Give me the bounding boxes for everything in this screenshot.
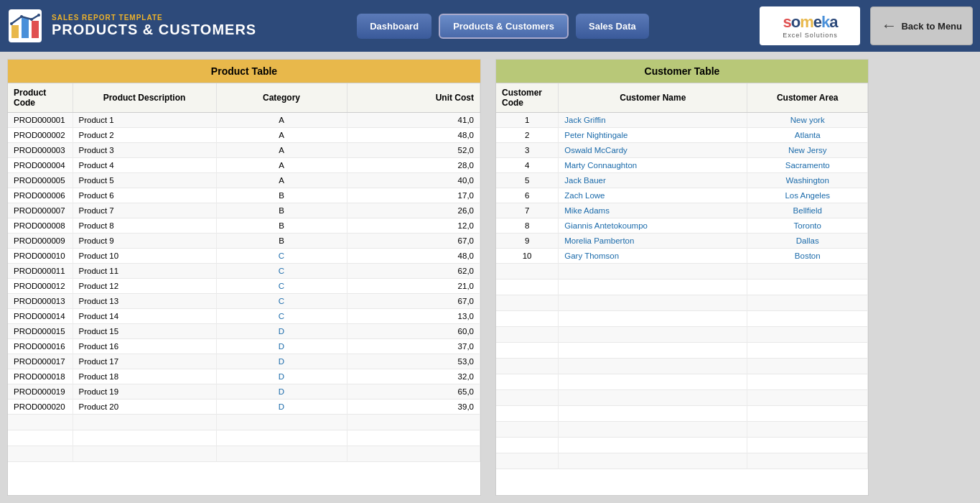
product-table-row: PROD000001 Product 1 A 41,0 — [8, 113, 480, 128]
product-code-cell: PROD000013 — [8, 294, 73, 309]
product-code-cell: PROD000016 — [8, 339, 73, 354]
product-desc-cell: Product 9 — [73, 234, 216, 249]
customer-table-title: Customer Table — [496, 60, 868, 83]
product-code-cell: PROD000017 — [8, 354, 73, 369]
product-cost-cell: 60,0 — [347, 324, 480, 339]
page-title: PRODUCTS & CUSTOMERS — [52, 22, 256, 38]
product-table-header-row: Product Code Product Description Categor… — [8, 83, 480, 113]
product-cost-cell: 21,0 — [347, 279, 480, 294]
product-code-cell: PROD000007 — [8, 203, 73, 218]
customer-empty-row — [496, 438, 868, 453]
customer-area-cell: Atlanta — [747, 128, 868, 143]
product-cat-cell: B — [216, 188, 347, 203]
product-code-cell: PROD000005 — [8, 173, 73, 188]
product-cat-header: Category — [216, 83, 347, 113]
product-code-cell: PROD000006 — [8, 188, 73, 203]
dashboard-nav-button[interactable]: Dashboard — [357, 14, 431, 39]
product-desc-cell: Product 7 — [73, 203, 216, 218]
product-cat-cell: C — [216, 294, 347, 309]
customer-empty-row — [496, 422, 868, 438]
products-customers-nav-button[interactable]: Products & Customers — [439, 14, 569, 39]
product-table-container: Product Table Product Code Product Descr… — [7, 59, 481, 496]
product-cat-cell: D — [216, 400, 347, 415]
product-cat-cell: A — [216, 143, 347, 158]
product-cost-cell: 67,0 — [347, 234, 480, 249]
back-arrow-icon: ← — [881, 17, 897, 35]
product-cat-cell: D — [216, 324, 347, 339]
product-cat-cell: D — [216, 369, 347, 384]
customer-name-cell: Morelia Pamberton — [559, 234, 747, 249]
product-cat-cell: D — [216, 384, 347, 400]
product-code-cell: PROD000014 — [8, 309, 73, 324]
customer-table-row: 5 Jack Bauer Washington — [496, 173, 868, 188]
product-desc-cell: Product 1 — [73, 113, 216, 128]
product-code-header: Product Code — [8, 83, 73, 113]
customer-table-container: Customer Table Customer Code Customer Na… — [495, 59, 869, 496]
product-cat-cell: A — [216, 173, 347, 188]
customer-code-cell: 5 — [496, 173, 559, 188]
product-desc-header: Product Description — [73, 83, 216, 113]
product-empty-row — [8, 446, 480, 462]
customer-table-row: 6 Zach Lowe Los Angeles — [496, 188, 868, 203]
product-table-row: PROD000006 Product 6 B 17,0 — [8, 188, 480, 203]
customer-area-cell: Dallas — [747, 234, 868, 249]
product-code-cell: PROD000008 — [8, 218, 73, 234]
product-cost-cell: 37,0 — [347, 339, 480, 354]
customer-name-cell: Jack Griffin — [559, 113, 747, 128]
customer-code-cell: 1 — [496, 113, 559, 128]
product-desc-cell: Product 8 — [73, 218, 216, 234]
product-code-cell: PROD000018 — [8, 369, 73, 384]
product-cost-cell: 48,0 — [347, 128, 480, 143]
product-code-cell: PROD000019 — [8, 384, 73, 400]
product-table-row: PROD000008 Product 8 B 12,0 — [8, 218, 480, 234]
product-table-row: PROD000017 Product 17 D 53,0 — [8, 354, 480, 369]
product-empty-row — [8, 430, 480, 446]
product-desc-cell: Product 13 — [73, 294, 216, 309]
product-code-cell: PROD000020 — [8, 400, 73, 415]
customer-empty-row — [496, 359, 868, 374]
customer-name-cell: Mike Adams — [559, 203, 747, 218]
customer-area-cell: New Jersy — [747, 143, 868, 158]
customer-empty-row — [496, 374, 868, 390]
svg-rect-3 — [32, 21, 39, 38]
svg-rect-2 — [22, 18, 29, 38]
sales-data-nav-button[interactable]: Sales Data — [576, 14, 649, 39]
customer-area-cell: Toronto — [747, 218, 868, 234]
product-cat-cell: D — [216, 354, 347, 369]
customer-empty-row — [496, 343, 868, 359]
customer-empty-row — [496, 280, 868, 295]
customer-name-cell: Oswald McCardy — [559, 143, 747, 158]
customer-table-header-row: Customer Code Customer Name Customer Are… — [496, 83, 868, 113]
customer-code-cell: 10 — [496, 249, 559, 264]
customer-area-cell: Los Angeles — [747, 188, 868, 203]
product-table-row: PROD000018 Product 18 D 32,0 — [8, 369, 480, 384]
product-table-row: PROD000009 Product 9 B 67,0 — [8, 234, 480, 249]
customer-area-cell: Sacramento — [747, 158, 868, 173]
product-desc-cell: Product 19 — [73, 384, 216, 400]
product-table-row: PROD000014 Product 14 C 13,0 — [8, 309, 480, 324]
back-to-menu-button[interactable]: ← Back to Menu — [870, 6, 973, 45]
customer-empty-row — [496, 453, 868, 469]
customer-table-row: 9 Morelia Pamberton Dallas — [496, 234, 868, 249]
product-table-row: PROD000020 Product 20 D 39,0 — [8, 400, 480, 415]
product-cost-cell: 52,0 — [347, 143, 480, 158]
customer-area-header: Customer Area — [747, 83, 868, 113]
product-table-row: PROD000012 Product 12 C 21,0 — [8, 279, 480, 294]
product-desc-cell: Product 17 — [73, 354, 216, 369]
product-desc-cell: Product 6 — [73, 188, 216, 203]
product-code-cell: PROD000015 — [8, 324, 73, 339]
product-table-row: PROD000007 Product 7 B 26,0 — [8, 203, 480, 218]
product-cost-cell: 13,0 — [347, 309, 480, 324]
product-code-cell: PROD000012 — [8, 279, 73, 294]
product-cat-cell: A — [216, 158, 347, 173]
product-cat-cell: D — [216, 339, 347, 354]
product-cost-cell: 62,0 — [347, 264, 480, 279]
product-desc-cell: Product 20 — [73, 400, 216, 415]
product-code-cell: PROD000010 — [8, 249, 73, 264]
customer-empty-row — [496, 390, 868, 406]
product-cat-cell: B — [216, 234, 347, 249]
product-desc-cell: Product 16 — [73, 339, 216, 354]
someka-logo: someka Excel Solutions — [760, 6, 860, 45]
product-cost-cell: 53,0 — [347, 354, 480, 369]
product-code-cell: PROD000011 — [8, 264, 73, 279]
